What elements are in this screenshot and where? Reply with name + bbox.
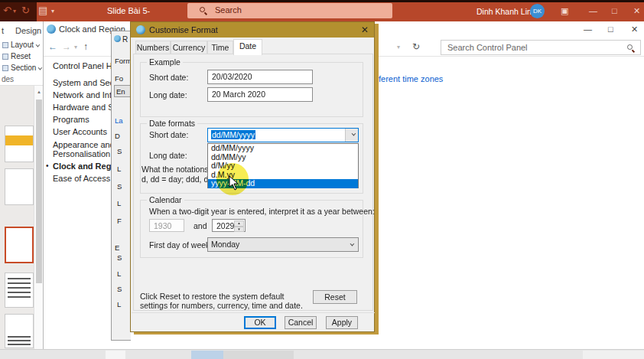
- forward-icon[interactable]: →: [62, 41, 71, 52]
- back-icon[interactable]: ←: [48, 41, 57, 52]
- tab-insert-partial[interactable]: t: [2, 26, 4, 35]
- taskbar-item[interactable]: [106, 351, 125, 359]
- dialog-title: Customise Format: [149, 25, 218, 34]
- chevron-down-icon: [350, 242, 355, 246]
- example-short-date-label: Short date:: [149, 73, 188, 82]
- first-day-label: First day of week:: [149, 240, 212, 250]
- two-digit-year-description: When a two-digit year is entered, interp…: [149, 207, 375, 216]
- reset-description: Click Reset to restore the system defaul…: [140, 292, 311, 310]
- tab-design[interactable]: Design: [15, 26, 41, 35]
- tab-date[interactable]: Date: [233, 39, 262, 55]
- tab-currency[interactable]: Currency: [171, 41, 207, 54]
- dropdown-option[interactable]: dd/MM/yyyy: [208, 144, 358, 153]
- ppt-ribbon: t Design Layout Reset Section des: [0, 21, 43, 86]
- customise-format-dialog: Customise Format ✕ Numbers Currency Time…: [130, 21, 375, 332]
- search-icon: [627, 44, 633, 50]
- region-title-partial: R: [122, 35, 128, 44]
- search-icon: [200, 7, 205, 12]
- notation-text-partial: d, dd = day; ddd, dd: [141, 175, 207, 184]
- cp-search-box[interactable]: Search Control Panel: [441, 40, 641, 55]
- long-date-label: Long date:: [149, 151, 187, 160]
- language-link-partial[interactable]: La: [115, 116, 130, 125]
- qat-customize-icon[interactable]: ▾: [51, 8, 54, 15]
- tab-time[interactable]: Time: [207, 41, 233, 54]
- thumbnail-scrollbar[interactable]: ▲: [34, 86, 43, 349]
- ppt-minimize-icon[interactable]: —: [589, 6, 597, 15]
- cp-maximize-icon[interactable]: □: [608, 24, 613, 34]
- example-legend: Example: [147, 57, 183, 67]
- ok-button[interactable]: OK: [244, 316, 276, 329]
- section-icon: [2, 65, 8, 71]
- slide-thumbnail-selected[interactable]: [5, 227, 34, 263]
- region-dialog-partial: R Form Fo En La D S L S L F E S L S L: [111, 31, 131, 341]
- addressbar-dropdown-icon[interactable]: ▾: [397, 44, 400, 51]
- slide-thumbnail[interactable]: [5, 314, 34, 348]
- short-date-value: dd/MM/yyyy: [211, 130, 255, 139]
- layout-icon: [2, 42, 8, 48]
- scrollbar-thumb[interactable]: [36, 100, 42, 283]
- sidebar-bullet: •: [46, 162, 49, 170]
- first-day-combobox[interactable]: Monday: [207, 237, 359, 252]
- apply-button[interactable]: Apply: [326, 316, 358, 329]
- recent-pages-icon[interactable]: ▾: [74, 44, 77, 51]
- example-long-date-field[interactable]: 20 March 2020: [207, 87, 313, 102]
- reset-button[interactable]: Reset: [313, 290, 357, 304]
- formats-tab-partial[interactable]: Form: [115, 57, 130, 65]
- short-date-label: Short date:: [149, 130, 188, 139]
- chevron-down-icon: [36, 43, 41, 47]
- user-name[interactable]: Dinh Khanh Linh: [476, 7, 536, 16]
- taskbar-tray[interactable]: [583, 351, 644, 359]
- notation-text-partial: What the notations m: [141, 165, 207, 174]
- reset-slide-button[interactable]: Reset: [2, 52, 31, 60]
- spin-down-icon[interactable]: ▼: [234, 227, 244, 233]
- date-formats-legend: Date formats: [147, 119, 197, 128]
- dialog-titlebar[interactable]: Customise Format ✕: [131, 22, 374, 38]
- customise-format-icon: [136, 25, 145, 34]
- ppt-search-box[interactable]: Search: [187, 3, 392, 18]
- format-label-partial: Fo: [115, 74, 130, 83]
- year-to-field[interactable]: 2029 ▲▼: [212, 219, 246, 232]
- slide-thumbnail[interactable]: [5, 273, 34, 308]
- cp-search-placeholder: Search Control Panel: [447, 43, 528, 52]
- example-long-date-label: Long date:: [149, 90, 187, 100]
- screen-top-edge: [0, 0, 644, 2]
- tab-numbers[interactable]: Numbers: [135, 41, 171, 54]
- ppt-search-placeholder: Search: [215, 5, 242, 15]
- taskbar: [0, 349, 644, 359]
- calendar-legend: Calendar: [147, 195, 184, 204]
- refresh-icon[interactable]: ↻: [412, 41, 420, 52]
- example-short-date-field[interactable]: 20/03/2020: [207, 70, 313, 84]
- taskbar-item-active[interactable]: [191, 351, 223, 359]
- avatar[interactable]: DK: [530, 4, 545, 18]
- reset-icon: [2, 54, 8, 60]
- slide-thumbnail[interactable]: [5, 168, 34, 205]
- presentation-title: Slide Bài 5-: [107, 6, 150, 15]
- undo-dropdown-icon[interactable]: ▾: [13, 8, 16, 15]
- combobox-dropdown-button[interactable]: [345, 129, 358, 142]
- short-date-combobox[interactable]: dd/MM/yyyy: [207, 128, 359, 142]
- format-combobox-partial[interactable]: En: [114, 85, 131, 97]
- time-zones-link-partial[interactable]: ferent time zones: [379, 74, 443, 83]
- dialog-close-icon[interactable]: ✕: [361, 24, 369, 35]
- cp-minimize-icon[interactable]: —: [584, 24, 592, 34]
- mouse-cursor: [229, 175, 239, 194]
- spin-up-icon[interactable]: ▲: [234, 220, 244, 227]
- taskbar-item[interactable]: [223, 351, 294, 359]
- ribbon-display-options-icon[interactable]: ▣: [561, 6, 568, 16]
- region-dialog-icon: [114, 35, 121, 42]
- up-icon[interactable]: ↑: [83, 41, 88, 52]
- year-spinner[interactable]: ▲▼: [234, 220, 244, 232]
- chevron-down-icon: [352, 132, 356, 136]
- slide-thumbnail[interactable]: [5, 126, 34, 162]
- screen: ↶ ▾ ↻ ▤ ▾ Slide Bài 5- Search Dinh Khanh…: [0, 0, 644, 359]
- year-from-field: 1930: [149, 219, 184, 232]
- ppt-close-icon[interactable]: ✕: [633, 6, 640, 16]
- section-button[interactable]: Section: [2, 64, 41, 72]
- redo-icon[interactable]: ↻: [21, 5, 30, 16]
- slideshow-icon[interactable]: ▤: [38, 5, 47, 16]
- cancel-button[interactable]: Cancel: [285, 316, 317, 329]
- cp-close-icon[interactable]: ✕: [631, 24, 638, 34]
- ppt-maximize-icon[interactable]: □: [612, 6, 617, 15]
- undo-icon[interactable]: ↶: [3, 5, 11, 16]
- layout-button[interactable]: Layout: [2, 41, 38, 49]
